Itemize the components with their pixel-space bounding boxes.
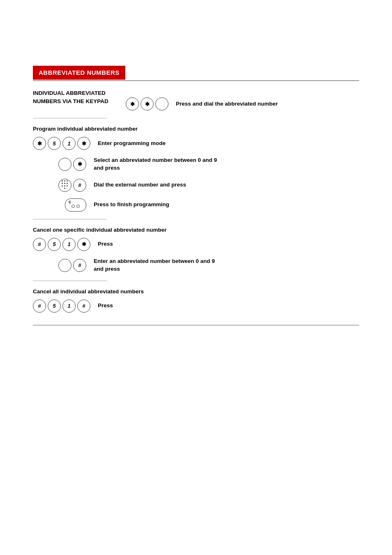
key-empty-p2: [58, 158, 71, 171]
step-row-program-4: C Press to finish programming: [33, 198, 359, 212]
key-c-circles: [71, 205, 80, 208]
header-bar: ABBREVIATED NUMBERS: [33, 66, 125, 80]
key-asterisk-2: ✱: [141, 97, 154, 111]
step-desc-cancel1-2: Enter an abbreviated number between 0 an…: [94, 258, 359, 273]
step-desc-program-1: Enter programming mode: [98, 140, 359, 147]
section-cancel-one: Cancel one specific individual abbreviat…: [33, 227, 359, 273]
key-c-dot-1: [71, 205, 75, 208]
dot: [62, 180, 63, 182]
keys-cancel-all-1: # 5 1 #: [33, 299, 90, 313]
key-grid-p3: [58, 179, 71, 192]
key-hash-ca1b: #: [77, 299, 90, 313]
key-5-ca1: 5: [48, 299, 61, 313]
step-row-cancel-all-1: # 5 1 # Press: [33, 299, 359, 313]
key-1-ca1: 1: [62, 299, 76, 313]
keys-program-3: #: [33, 179, 86, 192]
dot: [64, 180, 65, 182]
key-5-p1: 5: [48, 137, 61, 150]
dot: [64, 185, 65, 187]
step-desc-cancel-all-1: Press: [98, 302, 359, 310]
section-divider-2: [33, 219, 107, 219]
key-1-p1: 1: [62, 137, 76, 150]
keys-individual: ✱ ✱: [115, 97, 168, 111]
keys-program-2: ✱: [33, 158, 86, 171]
header-title: ABBREVIATED NUMBERS: [39, 69, 120, 76]
dot: [64, 183, 65, 184]
key-hash-ca1: #: [33, 299, 46, 313]
key-asterisk-p1b: ✱: [77, 137, 90, 150]
step-desc-cancel1-1: Press: [98, 240, 359, 248]
key-empty-1: [155, 97, 168, 111]
dot: [64, 188, 65, 189]
section-divider-1: [33, 118, 107, 118]
step-row-program-1: ✱ 5 1 ✱ Enter programming mode: [33, 137, 359, 150]
step-desc-individual: Press and dial the abbreviated number: [176, 100, 359, 108]
keys-program-1: ✱ 5 1 ✱: [33, 137, 90, 150]
key-hash-c1b: #: [73, 259, 86, 272]
top-divider: [33, 81, 359, 81]
key-1-c1: 1: [62, 238, 76, 251]
section-divider-3: [33, 281, 107, 281]
section-cancel-all: Cancel all individual abbreviated number…: [33, 288, 359, 313]
dot: [62, 185, 63, 187]
dot-empty: [62, 188, 63, 189]
dot: [67, 185, 68, 187]
step-row-program-3: # Dial the external number and press: [33, 179, 359, 192]
section-label-individual: INDIVIDUAL ABBREVIATED NUMBERS VIA THE K…: [33, 89, 115, 106]
dot: [67, 180, 68, 182]
key-5-c1: 5: [48, 238, 61, 251]
dot-empty: [67, 188, 68, 189]
key-c-dot-2: [76, 205, 80, 208]
section-program: Program individual abbreviated number ✱ …: [33, 126, 359, 212]
key-hash-c1: #: [33, 238, 46, 251]
key-asterisk-p2: ✱: [73, 158, 86, 171]
keys-cancel1-1: # 5 1 ✱: [33, 238, 90, 251]
dot: [67, 183, 68, 184]
keys-program-4: C: [33, 198, 86, 212]
keys-cancel1-2: #: [33, 259, 86, 272]
page: ABBREVIATED NUMBERS INDIVIDUAL ABBREVIAT…: [0, 0, 392, 555]
key-hash-p3: #: [73, 179, 86, 192]
key-empty-c1: [58, 259, 71, 272]
section-label-program: Program individual abbreviated number: [33, 126, 359, 132]
section-content-individual: ✱ ✱ Press and dial the abbreviated numbe…: [115, 89, 359, 111]
key-c-label: C: [69, 200, 71, 204]
key-c-p4: C: [65, 198, 86, 212]
step-desc-program-4: Press to finish programming: [94, 201, 359, 209]
step-row-cancel1-1: # 5 1 ✱ Press: [33, 238, 359, 251]
key-asterisk-c1: ✱: [77, 238, 90, 251]
section-label-cancel-one: Cancel one specific individual abbreviat…: [33, 227, 359, 233]
step-row-individual: ✱ ✱ Press and dial the abbreviated numbe…: [115, 97, 359, 111]
bottom-divider: [33, 325, 359, 325]
dot: [62, 183, 63, 184]
key-asterisk-p1: ✱: [33, 137, 46, 150]
step-desc-program-2: Select an abbreviated number between 0 a…: [94, 157, 359, 172]
grid-dots: [62, 180, 69, 190]
step-row-cancel1-2: # Enter an abbreviated number between 0 …: [33, 258, 359, 273]
key-asterisk-1: ✱: [126, 97, 139, 111]
step-row-program-2: ✱ Select an abbreviated number between 0…: [33, 157, 359, 172]
step-desc-program-3: Dial the external number and press: [94, 181, 359, 189]
section-label-cancel-all: Cancel all individual abbreviated number…: [33, 288, 359, 295]
